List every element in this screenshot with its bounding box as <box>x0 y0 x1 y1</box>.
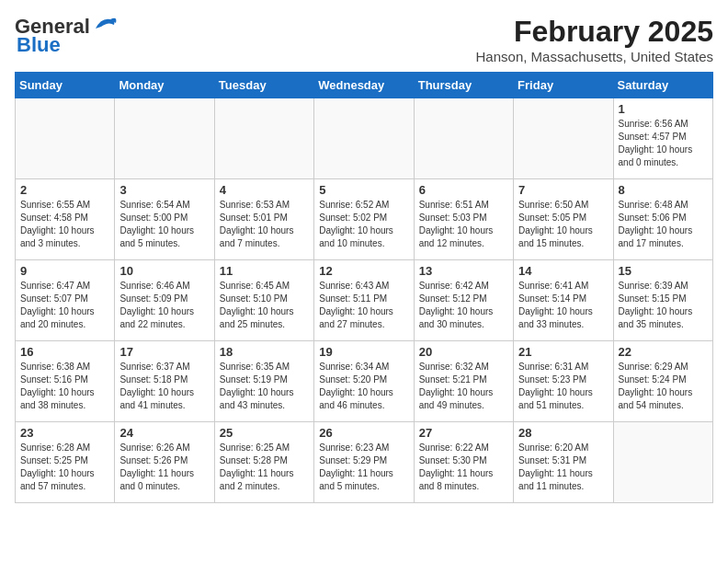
table-row: 17Sunrise: 6:37 AM Sunset: 5:18 PM Dayli… <box>115 341 214 422</box>
table-row <box>414 98 513 179</box>
col-sunday: Sunday <box>16 73 115 98</box>
table-row <box>16 98 115 179</box>
table-row: 20Sunrise: 6:32 AM Sunset: 5:21 PM Dayli… <box>414 341 513 422</box>
day-info: Sunrise: 6:34 AM Sunset: 5:20 PM Dayligh… <box>319 361 408 412</box>
day-number: 17 <box>119 345 209 359</box>
table-row <box>613 422 712 503</box>
col-wednesday: Wednesday <box>314 73 414 98</box>
day-number: 1 <box>619 102 708 116</box>
day-number: 26 <box>319 426 408 440</box>
table-row: 13Sunrise: 6:42 AM Sunset: 5:12 PM Dayli… <box>414 260 513 341</box>
day-info: Sunrise: 6:46 AM Sunset: 5:09 PM Dayligh… <box>119 280 209 331</box>
logo-bird-icon <box>92 16 118 32</box>
month-year-title: February 2025 <box>476 15 713 49</box>
location-subtitle: Hanson, Massachusetts, United States <box>476 49 713 64</box>
day-number: 4 <box>220 183 309 197</box>
table-row: 23Sunrise: 6:28 AM Sunset: 5:25 PM Dayli… <box>16 422 115 503</box>
table-row <box>115 98 214 179</box>
col-monday: Monday <box>115 73 214 98</box>
table-row: 19Sunrise: 6:34 AM Sunset: 5:20 PM Dayli… <box>314 341 414 422</box>
day-number: 2 <box>20 183 109 197</box>
col-saturday: Saturday <box>613 73 712 98</box>
calendar-table: Sunday Monday Tuesday Wednesday Thursday… <box>15 72 713 503</box>
day-number: 19 <box>319 345 408 359</box>
day-info: Sunrise: 6:55 AM Sunset: 4:58 PM Dayligh… <box>20 199 109 250</box>
day-info: Sunrise: 6:38 AM Sunset: 5:16 PM Dayligh… <box>20 361 109 412</box>
table-row: 2Sunrise: 6:55 AM Sunset: 4:58 PM Daylig… <box>16 179 115 260</box>
day-info: Sunrise: 6:25 AM Sunset: 5:28 PM Dayligh… <box>220 442 309 493</box>
day-info: Sunrise: 6:23 AM Sunset: 5:29 PM Dayligh… <box>319 442 408 493</box>
table-row: 25Sunrise: 6:25 AM Sunset: 5:28 PM Dayli… <box>214 422 313 503</box>
day-number: 13 <box>419 264 508 278</box>
day-number: 11 <box>220 264 309 278</box>
day-number: 16 <box>20 345 109 359</box>
col-tuesday: Tuesday <box>214 73 313 98</box>
table-row: 6Sunrise: 6:51 AM Sunset: 5:03 PM Daylig… <box>414 179 513 260</box>
table-row: 10Sunrise: 6:46 AM Sunset: 5:09 PM Dayli… <box>115 260 214 341</box>
table-row: 18Sunrise: 6:35 AM Sunset: 5:19 PM Dayli… <box>214 341 313 422</box>
day-number: 15 <box>619 264 708 278</box>
calendar-week-row: 1Sunrise: 6:56 AM Sunset: 4:57 PM Daylig… <box>16 98 713 179</box>
table-row: 21Sunrise: 6:31 AM Sunset: 5:23 PM Dayli… <box>514 341 613 422</box>
day-info: Sunrise: 6:35 AM Sunset: 5:19 PM Dayligh… <box>220 361 309 412</box>
day-number: 6 <box>419 183 508 197</box>
calendar-title-block: February 2025 Hanson, Massachusetts, Uni… <box>476 15 713 64</box>
table-row: 22Sunrise: 6:29 AM Sunset: 5:24 PM Dayli… <box>613 341 712 422</box>
day-info: Sunrise: 6:43 AM Sunset: 5:11 PM Dayligh… <box>319 280 408 331</box>
logo: General Blue <box>15 15 118 57</box>
table-row: 16Sunrise: 6:38 AM Sunset: 5:16 PM Dayli… <box>16 341 115 422</box>
table-row: 24Sunrise: 6:26 AM Sunset: 5:26 PM Dayli… <box>115 422 214 503</box>
day-info: Sunrise: 6:32 AM Sunset: 5:21 PM Dayligh… <box>419 361 508 412</box>
day-info: Sunrise: 6:20 AM Sunset: 5:31 PM Dayligh… <box>518 442 608 493</box>
table-row <box>314 98 414 179</box>
table-row: 14Sunrise: 6:41 AM Sunset: 5:14 PM Dayli… <box>514 260 613 341</box>
table-row: 1Sunrise: 6:56 AM Sunset: 4:57 PM Daylig… <box>613 98 712 179</box>
logo-blue: Blue <box>17 33 61 57</box>
table-row: 8Sunrise: 6:48 AM Sunset: 5:06 PM Daylig… <box>613 179 712 260</box>
table-row: 12Sunrise: 6:43 AM Sunset: 5:11 PM Dayli… <box>314 260 414 341</box>
table-row: 11Sunrise: 6:45 AM Sunset: 5:10 PM Dayli… <box>214 260 313 341</box>
table-row: 28Sunrise: 6:20 AM Sunset: 5:31 PM Dayli… <box>514 422 613 503</box>
day-number: 8 <box>619 183 708 197</box>
calendar-week-row: 9Sunrise: 6:47 AM Sunset: 5:07 PM Daylig… <box>16 260 713 341</box>
table-row: 3Sunrise: 6:54 AM Sunset: 5:00 PM Daylig… <box>115 179 214 260</box>
day-info: Sunrise: 6:53 AM Sunset: 5:01 PM Dayligh… <box>220 199 309 250</box>
day-info: Sunrise: 6:39 AM Sunset: 5:15 PM Dayligh… <box>619 280 708 331</box>
col-friday: Friday <box>514 73 613 98</box>
calendar-week-row: 16Sunrise: 6:38 AM Sunset: 5:16 PM Dayli… <box>16 341 713 422</box>
day-info: Sunrise: 6:52 AM Sunset: 5:02 PM Dayligh… <box>319 199 408 250</box>
table-row: 7Sunrise: 6:50 AM Sunset: 5:05 PM Daylig… <box>514 179 613 260</box>
day-number: 14 <box>518 264 608 278</box>
day-info: Sunrise: 6:48 AM Sunset: 5:06 PM Dayligh… <box>619 199 708 250</box>
table-row: 5Sunrise: 6:52 AM Sunset: 5:02 PM Daylig… <box>314 179 414 260</box>
day-number: 12 <box>319 264 408 278</box>
day-number: 10 <box>119 264 209 278</box>
day-number: 25 <box>220 426 309 440</box>
day-info: Sunrise: 6:51 AM Sunset: 5:03 PM Dayligh… <box>419 199 508 250</box>
day-number: 3 <box>119 183 209 197</box>
day-info: Sunrise: 6:37 AM Sunset: 5:18 PM Dayligh… <box>119 361 209 412</box>
table-row: 27Sunrise: 6:22 AM Sunset: 5:30 PM Dayli… <box>414 422 513 503</box>
day-info: Sunrise: 6:22 AM Sunset: 5:30 PM Dayligh… <box>419 442 508 493</box>
table-row: 26Sunrise: 6:23 AM Sunset: 5:29 PM Dayli… <box>314 422 414 503</box>
day-number: 27 <box>419 426 508 440</box>
table-row <box>214 98 313 179</box>
day-info: Sunrise: 6:28 AM Sunset: 5:25 PM Dayligh… <box>20 442 109 493</box>
day-info: Sunrise: 6:54 AM Sunset: 5:00 PM Dayligh… <box>119 199 209 250</box>
day-number: 21 <box>518 345 608 359</box>
page-header: General Blue February 2025 Hanson, Massa… <box>15 15 713 64</box>
day-info: Sunrise: 6:42 AM Sunset: 5:12 PM Dayligh… <box>419 280 508 331</box>
day-number: 18 <box>220 345 309 359</box>
calendar-header-row: Sunday Monday Tuesday Wednesday Thursday… <box>16 73 713 98</box>
day-number: 28 <box>518 426 608 440</box>
day-number: 7 <box>518 183 608 197</box>
day-info: Sunrise: 6:45 AM Sunset: 5:10 PM Dayligh… <box>220 280 309 331</box>
day-number: 20 <box>419 345 508 359</box>
day-number: 24 <box>119 426 209 440</box>
day-info: Sunrise: 6:50 AM Sunset: 5:05 PM Dayligh… <box>518 199 608 250</box>
day-number: 23 <box>20 426 109 440</box>
day-info: Sunrise: 6:29 AM Sunset: 5:24 PM Dayligh… <box>619 361 708 412</box>
day-info: Sunrise: 6:41 AM Sunset: 5:14 PM Dayligh… <box>518 280 608 331</box>
day-info: Sunrise: 6:26 AM Sunset: 5:26 PM Dayligh… <box>119 442 209 493</box>
calendar-week-row: 23Sunrise: 6:28 AM Sunset: 5:25 PM Dayli… <box>16 422 713 503</box>
